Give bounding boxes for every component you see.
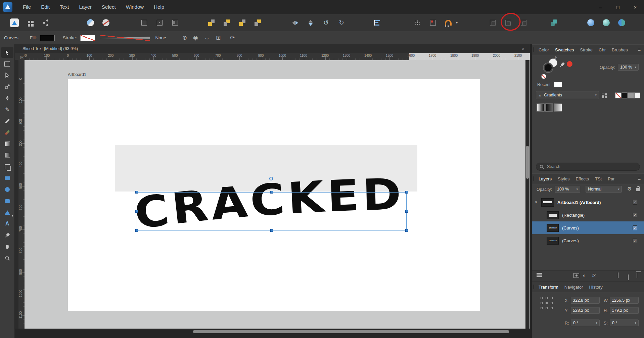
layer-opacity-dropdown[interactable]: 100 % ▾ bbox=[555, 186, 580, 193]
tab-effects[interactable]: Effects bbox=[572, 176, 592, 181]
handle-mid-right[interactable] bbox=[405, 210, 408, 213]
handle-top-mid[interactable] bbox=[270, 191, 273, 194]
layer-visibility-checkbox[interactable]: ✓ bbox=[633, 213, 637, 217]
handle-top-left[interactable] bbox=[135, 191, 138, 194]
layer-visibility-checkbox[interactable]: ✓ bbox=[633, 200, 637, 205]
tab-transform[interactable]: Transform bbox=[536, 285, 561, 290]
menu-help[interactable]: Help bbox=[149, 0, 169, 14]
fill-color-well[interactable] bbox=[543, 62, 553, 73]
fill-tool[interactable] bbox=[1, 138, 13, 149]
tab-tst[interactable]: TSt bbox=[592, 176, 605, 181]
preview-mode-button[interactable] bbox=[85, 17, 96, 28]
vector-brush-tool[interactable] bbox=[1, 127, 13, 138]
crop-tool[interactable] bbox=[1, 161, 13, 172]
handle-top-right[interactable] bbox=[405, 191, 408, 194]
no-color-well[interactable] bbox=[541, 74, 546, 79]
panel-grip[interactable] bbox=[533, 285, 534, 289]
w-input[interactable] bbox=[610, 297, 639, 304]
pixel-persona-button[interactable] bbox=[24, 17, 36, 28]
triangle-tool[interactable] bbox=[1, 207, 13, 218]
rotate-ccw-button[interactable]: ↺ bbox=[320, 17, 332, 28]
swatch-opacity-dropdown[interactable]: 100 % ▾ bbox=[618, 64, 639, 71]
menu-edit[interactable]: Edit bbox=[36, 0, 55, 14]
pixel-grid-button[interactable] bbox=[427, 17, 439, 28]
horizontal-scrollbar-thumb[interactable] bbox=[193, 330, 509, 333]
insert-behind-button[interactable] bbox=[487, 17, 498, 28]
menu-layer[interactable]: Layer bbox=[74, 0, 97, 14]
tab-swatches[interactable]: Swatches bbox=[552, 47, 577, 52]
canvas-viewport[interactable]: Artboard1 CRACKED bbox=[25, 60, 530, 329]
panel-menu-icon[interactable]: ≡ bbox=[638, 47, 641, 52]
maximize-button[interactable]: □ bbox=[609, 0, 627, 14]
layer-settings-gear-icon[interactable]: ⚙ bbox=[627, 186, 632, 192]
flip-vertical-button[interactable] bbox=[305, 17, 316, 28]
layer-name[interactable]: Artboard1 (Artboard) bbox=[557, 200, 601, 205]
layer-name[interactable]: (Rectangle) bbox=[562, 213, 585, 218]
layer-row-curves-selected[interactable]: CRACKED (Curves) ✓ bbox=[532, 221, 644, 234]
mini-swatch-black[interactable] bbox=[622, 92, 628, 98]
text-tool[interactable]: A bbox=[1, 218, 13, 229]
layer-row-artboard[interactable]: ▼ Artboard1 (Artboard) ✓ bbox=[532, 196, 644, 209]
layer-name[interactable]: (Curves) bbox=[562, 225, 579, 230]
snapping-button[interactable] bbox=[443, 17, 454, 28]
x-input[interactable] bbox=[571, 297, 600, 304]
artboard-label[interactable]: Artboard1 bbox=[68, 72, 86, 77]
anchor-point-selector[interactable] bbox=[541, 297, 555, 311]
stroke-swatch[interactable] bbox=[80, 35, 95, 41]
rotation-dropdown[interactable]: 0 ° ▾ bbox=[571, 320, 600, 326]
color-picker-tool[interactable] bbox=[1, 230, 13, 241]
tab-brushes[interactable]: Brushes bbox=[609, 47, 631, 52]
dot-grid-button[interactable] bbox=[412, 17, 423, 28]
point-transform-tool[interactable] bbox=[1, 81, 13, 92]
cycle-bounds-icon[interactable]: ⟳ bbox=[230, 34, 235, 41]
move-backward-button[interactable] bbox=[236, 17, 248, 28]
layer-row-curves[interactable]: CRACKED (Curves) ✓ bbox=[532, 234, 644, 247]
snap-target-icon[interactable]: ⊕ bbox=[182, 34, 187, 41]
gradient-swatch-2[interactable] bbox=[545, 103, 553, 112]
export-persona-button[interactable] bbox=[40, 17, 51, 28]
focus-node-icon[interactable]: ◉ bbox=[193, 34, 198, 41]
mini-swatch-gray[interactable] bbox=[628, 92, 634, 98]
add-swatch-grid-icon[interactable] bbox=[602, 93, 604, 96]
move-to-back-button[interactable] bbox=[252, 17, 263, 28]
tab-color[interactable]: Color bbox=[536, 47, 552, 52]
menu-select[interactable]: Select bbox=[97, 0, 121, 14]
handle-bottom-mid[interactable] bbox=[270, 229, 273, 232]
layer-visibility-checkbox[interactable]: ✓ bbox=[633, 238, 637, 243]
retina-view-button[interactable] bbox=[616, 17, 627, 28]
tab-navigator[interactable]: Navigator bbox=[561, 285, 586, 290]
gradient-swatch-1[interactable] bbox=[537, 103, 545, 112]
expand-caret-icon[interactable]: ▼ bbox=[535, 201, 541, 204]
layer-row-rectangle[interactable]: (Rectangle) ✓ bbox=[532, 209, 644, 221]
menu-text[interactable]: Text bbox=[55, 0, 74, 14]
insert-inside-button[interactable] bbox=[518, 17, 529, 28]
flip-horizontal-button[interactable] bbox=[289, 17, 301, 28]
pencil-tool[interactable]: ✎ bbox=[1, 104, 13, 115]
close-button[interactable]: × bbox=[627, 0, 644, 14]
artboard-tool[interactable] bbox=[1, 58, 13, 69]
handle-mid-left[interactable] bbox=[135, 210, 138, 213]
panel-menu-icon[interactable]: ≡ bbox=[638, 176, 641, 181]
recent-swatch[interactable] bbox=[554, 82, 562, 87]
pen-tool[interactable] bbox=[1, 93, 13, 103]
rounded-rectangle-tool[interactable] bbox=[1, 196, 13, 206]
y-input[interactable] bbox=[571, 307, 600, 314]
insert-on-top-button[interactable] bbox=[502, 17, 514, 28]
vector-view-button[interactable] bbox=[585, 17, 596, 28]
rectangle-tool[interactable] bbox=[1, 173, 13, 183]
snapping-caret-icon[interactable]: ▾ bbox=[456, 21, 458, 25]
handle-bottom-right[interactable] bbox=[405, 229, 408, 232]
view-tool[interactable] bbox=[1, 241, 13, 252]
rotation-handle[interactable] bbox=[269, 177, 273, 180]
layer-name[interactable]: (Curves) bbox=[562, 238, 579, 243]
layer-stack-icon[interactable] bbox=[537, 273, 542, 278]
stroke-style-value[interactable]: None bbox=[155, 35, 166, 40]
menu-window[interactable]: Window bbox=[121, 0, 149, 14]
node-tool[interactable] bbox=[1, 70, 13, 81]
adjustment-icon[interactable]: ◐ bbox=[583, 272, 586, 278]
replace-selection-button[interactable] bbox=[548, 17, 559, 28]
gradients-dropdown[interactable]: ▲ Gradients ▾ bbox=[536, 91, 599, 99]
tab-styles[interactable]: Styles bbox=[555, 176, 572, 181]
color-eyedropper-icon[interactable] bbox=[559, 62, 565, 68]
stroke-width-control[interactable] bbox=[100, 35, 150, 41]
